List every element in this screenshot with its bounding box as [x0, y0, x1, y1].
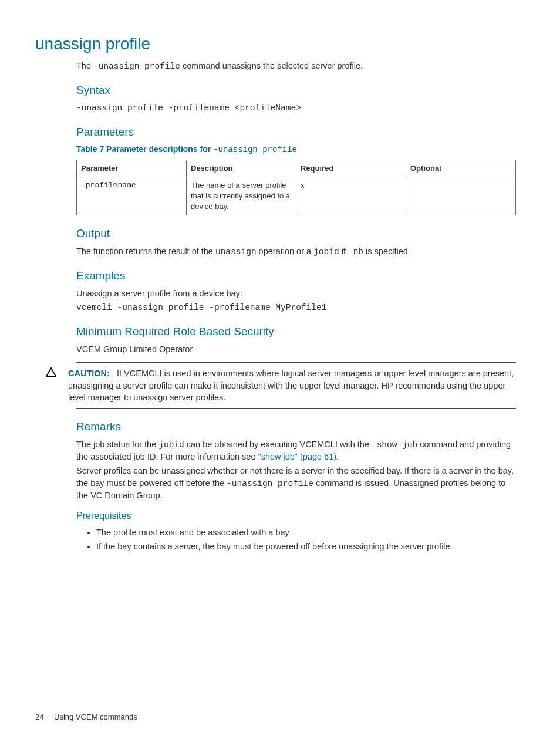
- th-required: Required: [296, 160, 406, 177]
- table-row: -profilename The name of a server profil…: [77, 177, 516, 215]
- intro-text-pre: The: [76, 61, 93, 70]
- footer-page-number: 24: [35, 712, 43, 723]
- security-heading: Minimum Required Role Based Security: [76, 324, 516, 340]
- list-item: The profile must exist and be associated…: [96, 526, 516, 538]
- th-optional: Optional: [406, 160, 516, 177]
- caution-body: If VCEMCLI is used in environments where…: [68, 369, 514, 402]
- syntax-code: -unassign profile -profilename <profileN…: [76, 102, 516, 114]
- caution-block: CAUTION: If VCEMCLI is used in environme…: [76, 362, 516, 409]
- th-parameter: Parameter: [77, 160, 187, 177]
- syntax-heading: Syntax: [76, 83, 516, 99]
- output-t1: The function returns the result of the: [76, 247, 215, 256]
- output-t4: is specified.: [363, 247, 410, 256]
- examples-code: vcemcli -unassign profile -profilename M…: [76, 302, 516, 313]
- output-paragraph: The function returns the result of the u…: [76, 245, 516, 258]
- page-title: unassign profile: [35, 32, 516, 55]
- th-description: Description: [187, 160, 296, 177]
- cell-desc: The name of a server profile that is cur…: [187, 177, 296, 215]
- security-body: VCEM Group Limited Operator: [76, 343, 516, 355]
- intro-paragraph: The -unassign profile command unassigns …: [76, 60, 516, 72]
- caution-icon: [46, 367, 56, 380]
- table-header-row: Parameter Description Required Optional: [77, 160, 516, 177]
- table-caption: Table 7 Parameter descriptions for -unas…: [76, 144, 516, 156]
- parameters-heading: Parameters: [76, 124, 516, 140]
- footer-section: Using VCEM commands: [54, 713, 137, 721]
- caution-label: CAUTION:: [68, 369, 110, 378]
- output-t3: if: [339, 247, 348, 256]
- remarks-heading: Remarks: [76, 419, 516, 435]
- caution-text: CAUTION: If VCEMCLI is used in environme…: [68, 367, 516, 403]
- remarks-p2: Server profiles can be unassigned whethe…: [76, 465, 516, 501]
- remarks-code-showjob: –show job: [372, 440, 417, 450]
- intro-text-post: command unassigns the selected server pr…: [180, 61, 363, 70]
- remarks-p1a: The job status for the: [76, 440, 158, 449]
- output-code-jobid: jobid: [313, 247, 339, 256]
- table-caption-cmd: -unassign profile: [213, 145, 297, 154]
- remarks-code-jobid: jobid: [158, 440, 184, 450]
- prerequisites-heading: Prerequisites: [76, 509, 516, 522]
- remarks-p1: The job status for the jobid can be obta…: [76, 438, 516, 463]
- output-heading: Output: [76, 226, 516, 242]
- cell-param: -profilename: [77, 177, 187, 215]
- remarks-code-unassign: -unassign profile: [227, 479, 313, 488]
- cell-opt: [406, 177, 516, 215]
- parameters-table: Parameter Description Required Optional …: [76, 160, 516, 216]
- output-code-unassign: unassign: [215, 247, 257, 256]
- remarks-p1f: .: [336, 452, 339, 461]
- output-code-nb: –nb: [348, 247, 363, 256]
- list-item: If the bay contains a server, the bay mu…: [96, 541, 516, 552]
- prerequisites-list: The profile must exist and be associated…: [76, 526, 516, 553]
- remarks-p1c: can be obtained by executing VCEMCLI wit…: [184, 440, 372, 449]
- examples-heading: Examples: [76, 268, 516, 284]
- cell-req: x: [296, 177, 406, 215]
- examples-intro: Unassign a server profile from a device …: [76, 288, 516, 299]
- remarks-link-showjob[interactable]: "show job" (page 61): [258, 452, 336, 461]
- page-footer: 24 Using VCEM commands: [35, 712, 137, 723]
- output-t2: operation or a: [257, 247, 314, 256]
- table-caption-pre: Table 7 Parameter descriptions for: [76, 144, 213, 154]
- intro-command-code: -unassign profile: [93, 62, 180, 71]
